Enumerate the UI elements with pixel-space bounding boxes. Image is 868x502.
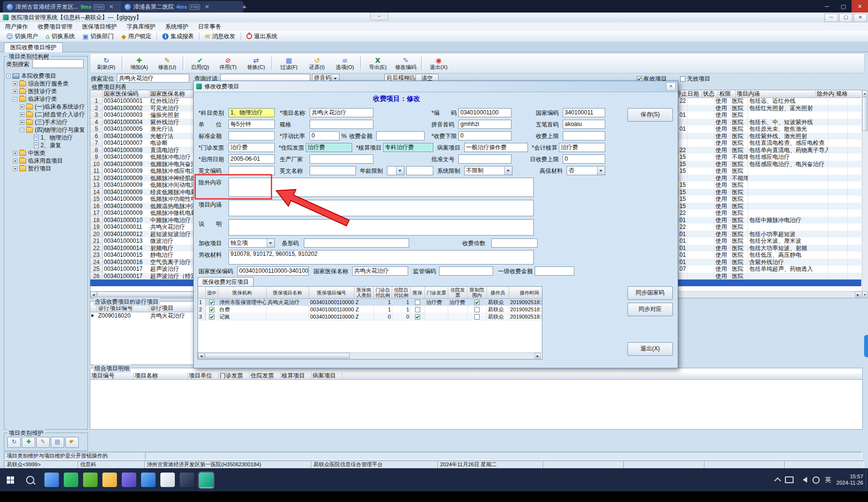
item-name-field[interactable]: 共鸣火花治疗 bbox=[310, 108, 373, 117]
charge-min-field[interactable]: 0 bbox=[458, 131, 512, 140]
category-grid-button[interactable]: ▤ bbox=[51, 437, 64, 448]
scroll-down-icon[interactable]: ▼ bbox=[862, 292, 868, 298]
national-code-field[interactable]: 340100011 bbox=[563, 108, 605, 117]
window-minimize-button[interactable]: ─ bbox=[825, 14, 838, 22]
taskbar-search-icon[interactable] bbox=[26, 476, 34, 484]
tree-item-rehabilitation[interactable]: 2、康复 bbox=[5, 141, 85, 149]
modify-button[interactable]: ✎修改(U) bbox=[153, 55, 181, 72]
col-item-code[interactable]: 项目编号 bbox=[90, 372, 134, 379]
col-item-name[interactable]: 项目名称 bbox=[134, 372, 188, 379]
chevron-down-icon[interactable] bbox=[396, 167, 404, 175]
remote-menu-handle[interactable]: ⌄ bbox=[370, 13, 388, 20]
table-row[interactable]: 使用 医院 bbox=[675, 273, 861, 280]
table-row[interactable]: 2 自费 003401000110000 Z 1 1 易联众 2019092 bbox=[198, 306, 542, 313]
tree-item-provisional[interactable]: +暂行项目 bbox=[5, 165, 85, 172]
sync-national-code-button[interactable]: 同步国家码 bbox=[627, 286, 673, 300]
remote-desktop-icon[interactable] bbox=[44, 473, 59, 487]
dialog-title-bar[interactable]: 修改收费项目 × bbox=[194, 81, 678, 92]
switch-user-button[interactable]: ☺切换用户 bbox=[3, 31, 42, 41]
chevron-down-icon[interactable] bbox=[504, 167, 512, 175]
cell-selected[interactable] bbox=[206, 313, 218, 321]
cell-insurance[interactable] bbox=[411, 313, 425, 321]
col-outp-invoice[interactable]: 门诊发票 bbox=[425, 287, 448, 298]
browser-minimize-button[interactable]: ─ bbox=[819, 0, 835, 13]
col-item-unit[interactable]: 项目单位 bbox=[188, 372, 219, 379]
spec-field[interactable] bbox=[310, 120, 373, 129]
table-row[interactable]: 使用 不能增加 bbox=[675, 175, 861, 182]
taskbar-clock[interactable]: 15:572024-11-26 bbox=[837, 468, 863, 491]
notepad-icon[interactable] bbox=[160, 473, 175, 487]
window-maximize-button[interactable]: ▢ bbox=[839, 14, 853, 22]
english-name-field[interactable] bbox=[310, 166, 356, 175]
dialog-horizontal-scrollbar[interactable]: ◀ ▶ bbox=[198, 352, 541, 359]
english-code-field[interactable] bbox=[228, 166, 275, 175]
chevron-down-icon[interactable] bbox=[331, 74, 339, 81]
tree-item-clinical-blood[interactable]: +临床用血项目 bbox=[5, 157, 85, 165]
col-account-item[interactable]: 核算项目 bbox=[281, 372, 312, 379]
col-insurance-org[interactable]: 医保机构 bbox=[218, 287, 267, 298]
col-operation-time[interactable]: 操作时间 bbox=[509, 287, 542, 298]
scroll-left-icon[interactable]: ◀ bbox=[198, 353, 204, 359]
dialog-exit-button[interactable]: 退出(X) bbox=[627, 342, 673, 356]
level1-amount-field[interactable] bbox=[535, 266, 574, 276]
start-date-field[interactable]: 2005-06-01 bbox=[228, 154, 275, 164]
category-add-button[interactable]: ✚ bbox=[22, 437, 35, 448]
table-row[interactable]: 使用 医院 包括直流电检查、感应电检查 bbox=[675, 139, 861, 147]
filter-button[interactable]: ▦过滤(F) bbox=[275, 55, 303, 72]
category-refresh-button[interactable]: ↻ bbox=[7, 437, 21, 448]
col-stop-date[interactable]: 停止日期 bbox=[675, 90, 702, 98]
tree-item-medtech-diagnosis[interactable]: +医技诊疗类 bbox=[5, 87, 85, 95]
options-button[interactable]: ≡选项(O) bbox=[331, 55, 359, 72]
national-insurance-name-field[interactable]: 共鸣火花治疗 bbox=[352, 266, 408, 276]
restore-button[interactable]: ↺还原(I) bbox=[303, 55, 331, 72]
supervise-code-field[interactable] bbox=[439, 266, 493, 276]
menu-daily-affairs[interactable]: 日常事务 bbox=[193, 22, 226, 31]
charge-max-field[interactable] bbox=[563, 131, 605, 140]
medical-record-item-field[interactable]: 一般治疗操作费 bbox=[464, 143, 528, 152]
side-panel-handle[interactable] bbox=[864, 335, 868, 357]
tree-item-comprehensive-services[interactable]: +综合医疗服务类 bbox=[5, 80, 85, 87]
table-row[interactable]: 15 使用 不能增加 包括感应电治疗 bbox=[675, 153, 861, 161]
col-status[interactable]: 状态 bbox=[702, 90, 718, 98]
charge-multiple-field[interactable] bbox=[491, 238, 538, 248]
file-explorer-icon[interactable] bbox=[102, 473, 117, 487]
menu-charge-item-mgmt[interactable]: 收费项目管理 bbox=[33, 22, 77, 31]
approval-number-field[interactable] bbox=[458, 154, 512, 164]
col-insurance-item-name[interactable]: 医保项目名称 bbox=[267, 287, 309, 298]
col-insurance-item-code[interactable]: 医保项目编号 bbox=[309, 287, 355, 298]
accounting-field[interactable]: 治疗费 bbox=[559, 143, 605, 152]
replace-button[interactable]: ⇄替换(C) bbox=[242, 55, 270, 72]
switch-department-button[interactable]: ▣切换部门 bbox=[79, 31, 117, 41]
chevron-down-icon[interactable] bbox=[597, 167, 605, 175]
menu-dictionary-maint[interactable]: 字典库维护 bbox=[122, 22, 160, 31]
cell-limit-scope[interactable] bbox=[468, 313, 487, 321]
table-row[interactable]: 使用 医院 包括红光照射、蓝光照射 bbox=[675, 105, 861, 112]
tree-item-clinical-diagnosis[interactable]: -临床诊疗类 bbox=[5, 95, 85, 103]
col-inp-invoice[interactable]: 住院发票 bbox=[250, 372, 281, 379]
locate-input[interactable] bbox=[117, 74, 189, 83]
col-outp-invoice[interactable]: 门诊发票 bbox=[219, 372, 250, 379]
standard-amount-field[interactable] bbox=[228, 131, 275, 140]
col-connotation[interactable]: 项目内涵 bbox=[736, 90, 816, 98]
table-row[interactable]: 01 使用 医院 包括分米波、厘米波 bbox=[675, 237, 861, 245]
col-operator[interactable]: 操作员 bbox=[487, 287, 509, 298]
terminal-icon[interactable] bbox=[180, 473, 194, 487]
barcode-field[interactable] bbox=[304, 238, 409, 248]
browser-close-button[interactable]: ✕ bbox=[852, 0, 868, 13]
extra-material-field[interactable]: 910078, 910172, 960015, 910202 bbox=[228, 250, 534, 265]
code-field[interactable]: 034010001100 bbox=[458, 108, 512, 117]
cell-insurance[interactable] bbox=[411, 299, 425, 306]
cell-insurance[interactable] bbox=[411, 306, 425, 313]
pinyin-field[interactable]: gmhhzl bbox=[458, 120, 512, 129]
age-limit-select[interactable] bbox=[387, 166, 404, 175]
exit-system-button[interactable]: 退出系统 bbox=[243, 31, 281, 41]
tab-hospital-charge-item-maint[interactable]: 医院收费项目维护 bbox=[4, 42, 63, 52]
table-row[interactable]: 使用 医院 包括紫外线、激光照射 bbox=[675, 133, 861, 140]
category-search-input[interactable] bbox=[32, 59, 84, 68]
menu-user-ops[interactable]: 用户操作 bbox=[0, 22, 33, 31]
user-lock-button[interactable]: ◆用户锁定 bbox=[118, 31, 155, 41]
subject-category-field[interactable]: 1、物理治疗 bbox=[228, 108, 275, 117]
cell-limit-scope[interactable] bbox=[468, 306, 487, 313]
connotation-field[interactable] bbox=[228, 200, 534, 216]
table-row[interactable]: 01 使用 医院 包括大功率短波、射频 bbox=[675, 245, 861, 252]
